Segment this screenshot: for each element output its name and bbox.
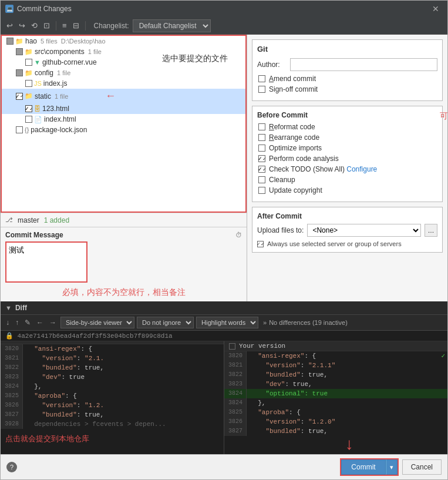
updatecopyright-checkbox[interactable] [258, 187, 265, 194]
diff-fwd-btn[interactable]: → [48, 318, 58, 327]
action-buttons: Commit ▾ Cancel [340, 458, 442, 476]
diff-section: ▼ Diff ↓ ↑ ✎ ← → Side-by-side viewer Do … [1, 301, 447, 454]
perform-checkbox[interactable]: ✓ [258, 155, 265, 162]
commit-button[interactable]: Commit [341, 459, 385, 475]
git-author-input[interactable] [290, 58, 437, 71]
tree-item-123html[interactable]: ✓ 🗄 123.html [2, 103, 245, 114]
commit-annotation: 必填，内容不为空就行，相当备注 [5, 287, 242, 298]
item-label-hao: hao [25, 37, 37, 45]
commit-msg-settings[interactable]: ⏱ [235, 231, 242, 239]
amend-commit-checkbox[interactable] [258, 75, 265, 82]
diff-toolbar: ↓ ↑ ✎ ← → Side-by-side viewer Do not ign… [1, 315, 447, 331]
folder-icon-src: 📁 [25, 48, 33, 56]
signoff-commit-checkbox[interactable] [258, 86, 265, 93]
commit-message-input[interactable]: 测试 [5, 241, 87, 283]
git-section: Git Author: Amend commit Sign-off commit [252, 39, 443, 101]
checkbox-src[interactable] [16, 48, 23, 55]
your-version-checkbox[interactable] [229, 343, 235, 350]
checktodo-checkbox[interactable]: ✓ [258, 166, 265, 173]
rearrange-checkbox[interactable] [258, 134, 265, 141]
checkbox-vue[interactable] [25, 59, 32, 66]
annotation-text: 选中要提交的文件 [162, 53, 228, 64]
item-count-config: 1 file [57, 69, 70, 76]
close-button[interactable]: ✕ [429, 3, 443, 15]
diff-right-line: 3826 "version": "1.2.0" [224, 417, 447, 427]
diff-content: 3820 "ansi-regex": { 3821 "version": "2.… [1, 341, 447, 454]
diff-line: 3827 "bundled": true, [1, 410, 224, 419]
toolbar-refresh[interactable]: ⟲ [29, 20, 40, 31]
checkbox-indexjs[interactable] [25, 80, 32, 87]
diff-right-line: 3827 "bundled": true, [224, 427, 447, 436]
checkbox-pkgjson[interactable] [16, 126, 23, 133]
before-commit-title: Before Commit 可以不填 [257, 111, 437, 119]
bottom-actions: ↓ Commit ▾ Cancel [340, 458, 442, 476]
folder-icon-hao: 📁 [15, 38, 23, 45]
tree-item-indexjs[interactable]: JS index.js [2, 78, 245, 89]
amend-commit-label: Amend commit [269, 75, 316, 83]
toolbar-redo[interactable]: ↪ [16, 20, 28, 31]
after-commit-section: After Commit Upload files to: <None> … ✓… [252, 207, 443, 253]
checkbox-static[interactable]: ✓ [16, 93, 23, 100]
reformat-row: Reformat code [257, 123, 437, 131]
diff-ignore-dropdown[interactable]: Do not ignore [137, 317, 194, 328]
tree-item-hao[interactable]: 📁 hao 5 files D:\Desktop\hao [2, 36, 245, 46]
diff-click-annotation: 点击就会提交到本地仓库 [5, 435, 89, 444]
reformat-label: Reformat code [269, 123, 315, 131]
cancel-button[interactable]: Cancel [402, 459, 442, 475]
perform-row: ✓ Perform code analysis [257, 155, 437, 163]
git-author-row: Author: [257, 58, 437, 71]
after-commit-title: After Commit [257, 212, 437, 220]
reformat-checkbox[interactable] [258, 123, 265, 130]
git-author-label: Author: [257, 61, 287, 69]
item-label-static: static [35, 92, 51, 100]
changelist-dropdown[interactable]: Default Changelist [133, 19, 211, 32]
diff-title: Diff [15, 304, 27, 312]
diff-down-btn[interactable]: ↓ [4, 318, 11, 327]
checkbox-config[interactable] [16, 69, 23, 76]
git-title: Git [257, 45, 437, 53]
commit-message-label: Commit Message [5, 231, 63, 239]
file-icon-indexhtml: 📄 [34, 116, 42, 123]
file-tree: 📁 hao 5 files D:\Desktop\hao 📁 src\compo… [1, 35, 247, 213]
commit-btn-wrapper: Commit ▾ [340, 458, 398, 476]
checkbox-123html[interactable]: ✓ [25, 105, 32, 112]
cleanup-checkbox[interactable] [258, 176, 265, 183]
diff-highlight-dropdown[interactable]: Highlight words [196, 317, 258, 328]
toolbar-view1[interactable]: ⊡ [41, 20, 52, 31]
dialog-container: 💻 Commit Changes ✕ ↩ ↪ ⟲ ⊡ ≡ ⊟ Changelis… [0, 0, 448, 480]
your-version-header: Your version [224, 341, 447, 351]
diff-back-btn[interactable]: ← [35, 318, 45, 327]
folder-icon-config: 📁 [25, 69, 33, 77]
checkbox-hao[interactable] [6, 38, 14, 45]
left-panel: 📁 hao 5 files D:\Desktop\hao 📁 src\compo… [1, 35, 247, 301]
title-bar: 💻 Commit Changes ✕ [1, 1, 447, 17]
diff-up-btn[interactable]: ↑ [14, 318, 21, 327]
diff-viewer-dropdown[interactable]: Side-by-side viewer [60, 317, 134, 328]
tree-item-config[interactable]: 📁 config 1 file [2, 68, 245, 78]
item-count-src: 1 file [88, 48, 102, 55]
diff-right-panel: Your version 3820 "ansi-regex": { ✓ 3821… [224, 341, 447, 454]
toolbar-collapse[interactable]: ⊟ [70, 20, 82, 31]
always-use-label: Always use selected server or group of s… [267, 240, 402, 247]
tree-item-indexhtml[interactable]: 📄 index.html [2, 114, 245, 125]
toolbar-undo[interactable]: ↩ [4, 20, 15, 31]
tree-item-static[interactable]: ✓ 📁 static 1 file ← [2, 89, 245, 103]
help-icon[interactable]: ? [6, 462, 17, 472]
changelist-label: Changelist: [94, 22, 129, 30]
optimize-checkbox[interactable] [258, 145, 265, 152]
configure-link[interactable]: Configure [346, 165, 377, 173]
app-icon: 💻 [5, 5, 14, 13]
always-use-checkbox[interactable]: ✓ [257, 241, 264, 247]
status-bar: ⎇ master 1 added [1, 213, 247, 227]
tree-item-pkgjson[interactable]: {} package-lock.json [2, 125, 245, 135]
amend-commit-row: Amend commit [257, 75, 437, 83]
commit-dropdown-button[interactable]: ▾ [386, 459, 398, 475]
upload-more-btn[interactable]: … [425, 224, 437, 237]
diff-edit-btn[interactable]: ✎ [23, 318, 32, 327]
diff-collapse-icon[interactable]: ▼ [5, 304, 12, 311]
upload-select[interactable]: <None> [307, 224, 421, 237]
branch-name: master [18, 216, 39, 224]
toolbar-list[interactable]: ≡ [60, 20, 69, 31]
updatecopyright-label: Update copyright [269, 186, 322, 194]
checkbox-indexhtml[interactable] [25, 116, 32, 123]
